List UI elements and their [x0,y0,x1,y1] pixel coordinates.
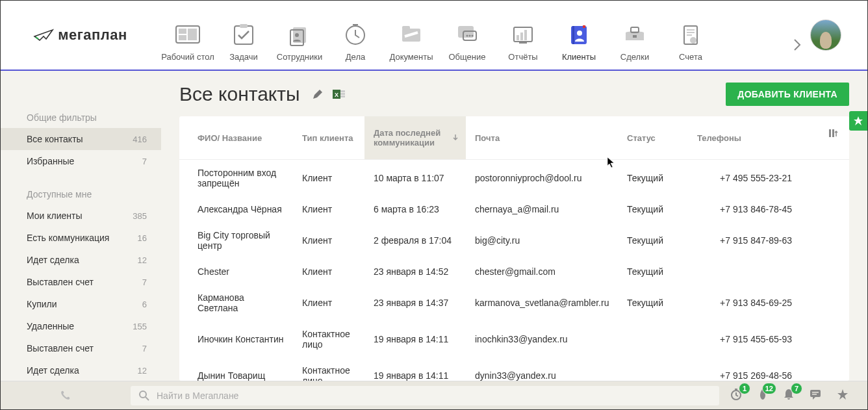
sidebar-item[interactable]: Выставлен счет7 [1,337,161,359]
cell-status [618,373,688,378]
svg-rect-2 [179,35,186,40]
sidebar-item-label: Все контакты [27,134,83,144]
search-input[interactable] [157,391,711,401]
table-row[interactable]: Карманова СветланаКлиент23 января в 14:3… [179,285,849,321]
footer-chat-button[interactable] [809,388,822,403]
reports-icon [510,22,536,48]
cell-email: postoronniyproch@dool.ru [466,170,618,186]
content: Общие фильтры Все контакты416Избранные7 … [1,71,867,381]
nav-item-deals[interactable]: Сделки [607,9,663,62]
timer-badge: 1 [739,383,750,394]
edit-button[interactable] [312,88,324,100]
sidebar-item-label: Мои клиенты [27,211,83,221]
nav-item-employees[interactable]: Сотрудники [272,9,327,62]
col-status[interactable]: Статус [618,116,688,159]
footer-timer-button[interactable]: 1 [730,388,743,403]
table-row[interactable]: ChesterКлиент23 января в 14:52chester@gm… [179,259,849,285]
cell-name: Big City торговый центр [179,227,293,253]
svg-point-36 [140,391,146,398]
svg-rect-1 [179,29,186,34]
cell-phone: +7 913 845-69-25 [688,295,805,311]
sort-desc-icon [452,133,459,143]
logo[interactable]: мегаплан [1,27,160,44]
sidebar-item[interactable]: Выставлен счет7 [1,271,161,293]
col-email[interactable]: Почта [466,116,618,159]
sidebar-item-count: 12 [138,255,147,265]
cell-email: big@city.ru [466,233,618,248]
footer-phone-button[interactable] [1,389,131,402]
svg-rect-33 [340,96,345,97]
bell-badge: 7 [791,383,802,394]
sidebar-item-count: 12 [138,366,147,376]
columns-icon [828,128,839,138]
footer-fire-button[interactable]: 12 [757,388,769,403]
cell-name: Посторонним вход запрещён [179,165,293,191]
table-row[interactable]: Big City торговый центрКлиент2 февраля в… [179,222,849,259]
sidebar-item[interactable]: Идет сделка12 [1,359,161,381]
employees-icon [287,22,313,48]
table-row[interactable]: Дынин ТоварищКонтактное лицо19 января в … [179,357,849,381]
header: мегаплан Рабочий столЗадачиСотрудникиДел… [1,1,867,71]
chat-bubble-icon [809,388,822,401]
sidebar-item[interactable]: Есть коммуникация16 [1,227,161,249]
nav-item-clients[interactable]: Клиенты [551,9,607,62]
svg-rect-20 [524,30,527,40]
svg-point-15 [469,34,471,36]
dashboard-icon [175,22,201,48]
nav-item-invoices[interactable]: Счета [663,9,719,62]
cell-type: Контактное лицо [293,326,364,352]
sidebar-item[interactable]: Удаленные155 [1,315,161,337]
nav-item-dashboard[interactable]: Рабочий стол [160,9,216,62]
footer-star-button[interactable] [836,388,849,403]
avatar[interactable] [810,19,841,51]
nav-item-reports[interactable]: Отчёты [495,9,551,62]
svg-rect-35 [832,129,834,137]
svg-rect-4 [235,26,253,44]
favorites-tab[interactable] [849,111,867,131]
nav-item-chat[interactable]: Общение [439,9,495,62]
svg-rect-3 [188,29,197,40]
col-phone[interactable]: Телефоны [688,116,805,159]
sidebar-item-count: 7 [142,277,147,287]
svg-rect-32 [340,93,345,95]
pencil-icon [312,88,324,100]
search-box[interactable] [131,386,719,405]
nav-item-todo[interactable]: Дела [327,9,383,62]
cell-email: chernaya_a@mail.ru [466,201,618,217]
sidebar-item-count: 7 [142,157,147,166]
sidebar-item[interactable]: Мои клиенты385 [1,205,161,227]
nav-item-label: Сделки [620,52,649,62]
nav-item-label: Сотрудники [277,52,322,62]
search-icon [138,390,150,402]
cell-date: 23 января в 14:37 [364,295,466,311]
sidebar-item-count: 6 [142,300,147,309]
nav-item-label: Клиенты [562,52,596,62]
nav-item-label: Отчёты [508,52,537,62]
star-icon [853,116,863,126]
table-row[interactable]: Иночкин КонстантинКонтактное лицо19 янва… [179,321,849,357]
nav-item-documents[interactable]: Документы [383,9,439,62]
contacts-table: ФИО/ Название Тип клиента Дата последней… [179,116,849,381]
column-settings-button[interactable] [818,116,849,159]
col-name[interactable]: ФИО/ Название [179,116,293,159]
export-excel-button[interactable]: X [333,88,346,100]
table-row[interactable]: Александра ЧёрнаяКлиент6 марта в 16:23ch… [179,196,849,222]
cell-type: Контактное лицо [293,363,364,381]
sidebar-item[interactable]: Избранные7 [1,150,161,172]
nav-scroll-right[interactable] [784,38,810,52]
sidebar-item[interactable]: Идет сделка12 [1,249,161,271]
sidebar-item[interactable]: Купили6 [1,293,161,315]
nav-item-tasks[interactable]: Задачи [216,9,272,62]
svg-rect-40 [812,394,817,395]
sidebar-item-count: 416 [133,135,147,144]
svg-rect-19 [520,32,523,40]
col-date[interactable]: Дата последней коммуникации [364,116,466,159]
table-row[interactable]: Посторонним вход запрещёнКлиент10 марта … [179,160,849,196]
svg-point-8 [295,33,299,37]
footer-bell-button[interactable]: 7 [783,388,795,403]
sidebar-item[interactable]: Все контакты416 [1,128,161,150]
cell-phone: +7 913 846-78-45 [688,201,805,217]
cell-status [618,337,688,342]
add-client-button[interactable]: ДОБАВИТЬ КЛИЕНТА [726,83,849,106]
col-type[interactable]: Тип клиента [293,116,364,159]
